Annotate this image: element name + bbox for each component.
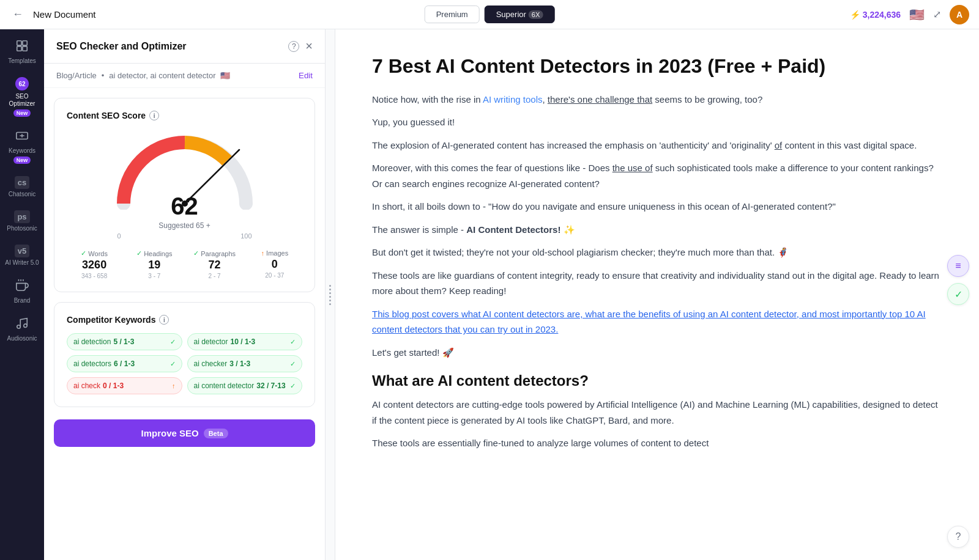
content-p6: The answer is simple - AI Content Detect… <box>372 222 942 238</box>
metric-images: ↑Images 0 20 - 37 <box>247 249 302 279</box>
headings-check-icon: ✓ <box>136 249 142 257</box>
blog-post-link[interactable]: This blog post covers what AI content de… <box>372 309 926 335</box>
panel-header-icons: ? × <box>288 39 313 53</box>
sidebar-item-keywords[interactable]: Keywords New <box>2 124 42 169</box>
beta-badge: Beta <box>204 429 228 438</box>
main-layout: Templates 62 SEOOptimizer New Keywords N… <box>0 29 979 560</box>
paragraphs-label: Paragraphs <box>201 250 236 257</box>
panel-close-button[interactable]: × <box>305 39 313 53</box>
images-value: 0 <box>272 258 278 271</box>
gauge-labels: 0 100 <box>117 232 252 240</box>
subtitle-type: Blog/Article <box>56 71 97 80</box>
audiosonic-icon <box>15 317 29 333</box>
content-p3: The explosion of AI-generated content ha… <box>372 138 942 153</box>
content-p8: These tools are like guardians of conten… <box>372 268 942 299</box>
sidebar-chatsonic-label: Chatsonic <box>9 191 35 198</box>
tab-superior[interactable]: Superior 6X <box>485 6 555 23</box>
kw-ai-detectors-count: 6 / 1-3 <box>114 359 135 368</box>
metric-headings: ✓Headings 19 3 - 7 <box>127 249 182 279</box>
content-p4: Moreover, with this comes the fear of qu… <box>372 160 942 191</box>
user-avatar[interactable]: A <box>950 5 969 24</box>
images-warn-icon: ↑ <box>261 249 265 257</box>
kw-ai-checker-check: ✓ <box>290 360 296 368</box>
share-icon[interactable]: ⤢ <box>933 9 941 20</box>
improve-btn-label: Improve SEO <box>141 428 198 438</box>
svg-point-8 <box>17 325 21 329</box>
panel-help-button[interactable]: ? <box>288 41 299 52</box>
help-button[interactable]: ? <box>947 526 969 548</box>
back-button[interactable]: ← <box>10 6 26 23</box>
sidebar-audiosonic-label: Audiosonic <box>7 335 37 342</box>
sidebar-item-chatsonic[interactable]: cs Chatsonic <box>2 171 42 203</box>
keywords-grid: ai detection 5 / 1-3 ✓ ai detector 10 / … <box>67 333 302 394</box>
kw-ai-cd-check: ✓ <box>290 382 296 390</box>
svg-rect-1 <box>23 41 27 45</box>
words-label: Words <box>88 250 108 257</box>
help-icon: ? <box>956 531 961 542</box>
sidebar: Templates 62 SEOOptimizer New Keywords N… <box>0 29 44 560</box>
tab-group: Premium Superior 6X <box>425 6 555 23</box>
keywords-icon <box>15 129 29 146</box>
keyword-ai-content-detector: ai content detector 32 / 7-13 ✓ <box>187 377 303 394</box>
content-h2-p1: AI content detectors are cutting-edge to… <box>372 397 942 428</box>
seo-panel: SEO Checker and Optimizer ? × Blog/Artic… <box>44 29 326 560</box>
panel-title: SEO Checker and Optimizer <box>56 41 187 52</box>
paragraphs-value: 72 <box>209 259 221 271</box>
svg-rect-0 <box>17 41 21 45</box>
headings-range: 3 - 7 <box>148 273 160 279</box>
sidebar-item-seo[interactable]: 62 SEOOptimizer New <box>2 72 42 122</box>
float-menu-button[interactable]: ≡ <box>947 255 969 277</box>
sidebar-item-brand[interactable]: Brand <box>2 274 42 309</box>
topbar-right: ⚡ 3,224,636 🇺🇸 ⤢ A <box>850 5 969 24</box>
sidebar-item-templates[interactable]: Templates <box>2 34 42 70</box>
kw-ai-detector-text: ai detector <box>194 337 228 346</box>
keyword-ai-detector: ai detector 10 / 1-3 ✓ <box>187 333 303 350</box>
kw-ai-detectors-check: ✓ <box>170 360 176 368</box>
headings-value: 19 <box>148 259 160 271</box>
sidebar-aiwriter5-label: AI Writer 5.0 <box>5 259 39 267</box>
sidebar-item-audiosonic[interactable]: Audiosonic <box>2 312 42 347</box>
drag-dot-5 <box>329 300 331 301</box>
topbar: ← New Document Premium Superior 6X ⚡ 3,2… <box>0 0 979 29</box>
content-h2-p2: These tools are essentially fine-tuned t… <box>372 435 942 451</box>
sidebar-item-photosonic[interactable]: ps Photosonic <box>2 205 42 237</box>
paragraphs-check-icon: ✓ <box>193 249 199 257</box>
kw-ai-detection-text: ai detection <box>73 337 111 346</box>
content-area: 7 Best AI Content Detectors in 2023 (Fre… <box>335 29 979 560</box>
improve-seo-button[interactable]: Improve SEO Beta <box>54 419 315 447</box>
drag-dot-3 <box>329 292 331 294</box>
metrics-grid: ✓Words 3260 343 - 658 ✓Headings 19 3 - 7… <box>67 249 302 279</box>
keyword-ai-checker: ai checker 3 / 1-3 ✓ <box>187 355 303 372</box>
content-p5: In short, it all boils down to - "How do… <box>372 199 942 215</box>
kw-ai-cd-count: 32 / 7-13 <box>256 381 285 390</box>
gauge-suggested: Suggested 65 + <box>158 221 210 230</box>
edit-button[interactable]: Edit <box>299 71 313 80</box>
keyword-ai-detection: ai detection 5 / 1-3 ✓ <box>67 333 182 350</box>
sidebar-item-aiwriter5[interactable]: v5 AI Writer 5.0 <box>2 240 42 271</box>
ai-writing-tools-link[interactable]: AI writing tools <box>483 94 543 105</box>
float-check-button[interactable]: ✓ <box>947 283 969 305</box>
templates-icon <box>15 39 29 56</box>
panel-header: SEO Checker and Optimizer ? × <box>44 29 325 64</box>
drag-dot-1 <box>329 285 331 287</box>
keywords-title: Competitor Keywords i <box>67 315 302 325</box>
tab-premium[interactable]: Premium <box>425 6 480 23</box>
challenge-text: there's one challenge that <box>548 94 652 105</box>
float-menu-icon: ≡ <box>955 260 961 271</box>
kw-ai-detection-count: 5 / 1-3 <box>113 337 134 346</box>
keyword-ai-check: ai check 0 / 1-3 ↑ <box>67 377 182 394</box>
credits-icon: ⚡ <box>850 10 860 20</box>
images-range: 20 - 37 <box>265 272 284 279</box>
language-flag[interactable]: 🇺🇸 <box>909 7 925 22</box>
resize-handle[interactable] <box>326 29 335 560</box>
use-of-span: the use of <box>612 163 653 173</box>
svg-rect-2 <box>17 46 21 51</box>
content-p9: This blog post covers what AI content de… <box>372 306 942 337</box>
gauge-min: 0 <box>117 232 121 240</box>
content-p2: Yup, you guessed it! <box>372 114 942 130</box>
metric-paragraphs: ✓Paragraphs 72 2 - 7 <box>187 249 242 279</box>
kw-ai-detection-check: ✓ <box>170 338 176 346</box>
paragraphs-range: 2 - 7 <box>209 273 221 279</box>
keywords-card: Competitor Keywords i ai detection 5 / 1… <box>54 302 315 407</box>
brand-icon <box>15 279 29 295</box>
